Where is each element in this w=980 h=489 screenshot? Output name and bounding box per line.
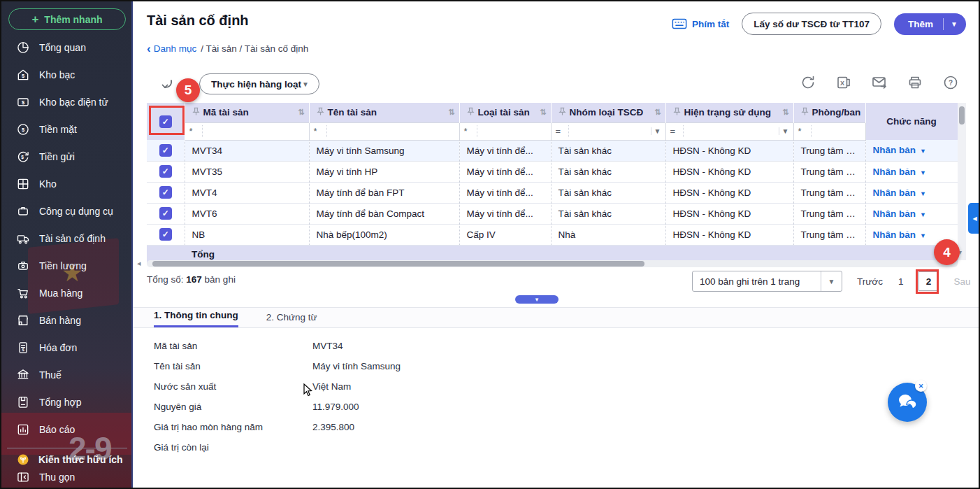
column-header-phong-ban[interactable]: Phòng/ban xyxy=(793,103,865,122)
filter-cell-hien-trang[interactable]: =▼ xyxy=(665,122,793,140)
filter-cell-loai-tai-san[interactable]: * xyxy=(459,122,551,140)
duplicate-action-button[interactable]: Nhân bản▼ xyxy=(873,187,926,198)
column-header-nhom-loai-tscd[interactable]: Nhóm loại TSCĐ ⇅ xyxy=(551,103,665,122)
table-row[interactable]: MVT4 Máy tính để bàn FPT Máy vi tính để.… xyxy=(147,182,958,203)
page-size-select[interactable]: 100 bản ghi trên 1 trang ▼ xyxy=(692,271,842,292)
dropdown-arrow-icon[interactable]: ▼ xyxy=(779,127,789,135)
sort-icon[interactable]: ⇅ xyxy=(782,108,790,117)
sidebar-item-kho-bac-dien-tu[interactable]: $ Kho bạc điện tử xyxy=(1,88,133,115)
page-1-button[interactable]: 1 xyxy=(898,276,904,287)
row-checkbox[interactable] xyxy=(159,228,172,241)
filter-input[interactable] xyxy=(811,125,861,137)
horizontal-scrollbar-thumb[interactable] xyxy=(152,261,644,267)
filter-cell-phong-ban[interactable]: * xyxy=(793,122,865,140)
dropdown-arrow-icon[interactable]: ▼ xyxy=(651,127,661,135)
next-page-button[interactable]: Sau xyxy=(953,276,970,287)
sidebar-item-tong-quan[interactable]: Tổng quan xyxy=(1,34,133,61)
pin-icon[interactable] xyxy=(673,107,681,118)
table-row[interactable]: MVT6 Máy tính để bàn Compact Máy vi tính… xyxy=(147,203,958,224)
sidebar-item-tong-hop[interactable]: Tổng hợp xyxy=(1,388,133,416)
breadcrumb-path: / Tài sản / Tài sản cố định xyxy=(201,43,308,54)
sidebar-item-cong-cu-dung-cu[interactable]: Công cụ dụng cụ xyxy=(1,197,133,225)
sidebar-item-hoa-don[interactable]: $ Hóa đơn xyxy=(1,334,133,361)
excel-export-icon[interactable]: X xyxy=(835,74,852,91)
sidebar-item-tien-luong[interactable]: Tiền lương xyxy=(1,252,133,279)
breadcrumb-back-link[interactable]: ‹ Danh mục xyxy=(147,43,196,54)
tab-thong-tin-chung[interactable]: 1. Thông tin chung xyxy=(154,310,238,327)
pin-icon[interactable] xyxy=(467,107,475,118)
filter-input[interactable] xyxy=(202,125,305,137)
detail-row: Giá trị hao mòn hàng năm 2.395.800 xyxy=(154,417,643,437)
filter-input[interactable] xyxy=(568,125,647,137)
chevron-down-icon: ▼ xyxy=(916,190,926,197)
row-checkbox[interactable] xyxy=(159,144,172,157)
sidebar-collapse-button[interactable]: Thu gọn xyxy=(1,467,133,487)
sidebar-item-tien-gui[interactable]: $ Tiền gửi xyxy=(1,143,133,170)
refresh-icon[interactable] xyxy=(800,74,816,91)
sort-icon[interactable]: ⇅ xyxy=(540,108,547,117)
column-header-ma-tai-san[interactable]: Mã tài sản ⇅ xyxy=(185,103,309,122)
filter-cell-ten-tai-san[interactable]: * xyxy=(309,122,459,140)
print-icon[interactable] xyxy=(907,74,923,91)
pin-icon[interactable] xyxy=(317,107,324,118)
row-checkbox[interactable] xyxy=(159,186,172,199)
row-checkbox[interactable] xyxy=(159,165,172,178)
cell-code: NB xyxy=(185,224,309,245)
sidebar-item-kien-thuc[interactable]: Kiến thức hữu ích xyxy=(1,451,133,469)
send-email-icon[interactable] xyxy=(871,74,888,91)
detail-row: Tên tài sản Máy vi tính Samsung xyxy=(154,356,643,376)
curved-down-arrow-icon[interactable] xyxy=(160,78,175,95)
duplicate-action-button[interactable]: Nhân bản▼ xyxy=(873,145,926,155)
sidebar-item-bao-cao[interactable]: Báo cáo xyxy=(1,416,133,443)
pin-icon[interactable] xyxy=(801,107,809,118)
quick-add-button[interactable]: + Thêm nhanh xyxy=(8,8,126,30)
filter-cell-nhom-loai[interactable]: =▼ xyxy=(551,122,665,140)
detail-collapse-handle[interactable]: ▾ xyxy=(515,295,559,304)
duplicate-action-button[interactable]: Nhân bản▼ xyxy=(873,229,926,240)
chevron-left-icon: ‹ xyxy=(147,44,151,53)
close-chat-icon[interactable]: ✕ xyxy=(915,380,927,392)
filter-input[interactable] xyxy=(477,125,547,137)
cell-dept: Trung tâm phát xyxy=(793,182,865,203)
sidebar-item-kho-bac[interactable]: $ Kho bạc xyxy=(1,61,133,88)
tt107-balance-button[interactable]: Lấy số dư TSCĐ từ TT107 xyxy=(742,13,881,35)
horizontal-scrollbar[interactable]: ◂ xyxy=(147,260,958,267)
shortcut-button[interactable]: Phím tắt xyxy=(672,18,729,29)
sort-icon[interactable]: ⇅ xyxy=(298,108,305,117)
column-header-hien-trang[interactable]: Hiện trạng sử dụng ⇅ xyxy=(665,103,793,122)
table-row[interactable]: MVT34 Máy vi tính Samsung Máy vi tính để… xyxy=(147,140,958,161)
pin-icon[interactable] xyxy=(192,107,200,118)
prev-page-button[interactable]: Trước xyxy=(857,276,883,287)
sidebar-item-tien-mat[interactable]: $ Tiền mặt xyxy=(1,115,133,143)
scroll-left-arrow-icon[interactable]: ◂ xyxy=(137,259,141,268)
column-header-loai-tai-san[interactable]: Loại tài sản ⇅ xyxy=(459,103,551,122)
batch-action-button[interactable]: Thực hiện hàng loạt ▼ xyxy=(199,73,319,94)
duplicate-action-button[interactable]: Nhân bản▼ xyxy=(873,208,926,219)
table-row[interactable]: MVT35 Máy vi tính HP Máy vi tính để... T… xyxy=(147,161,958,182)
tab-chung-tu[interactable]: 2. Chứng từ xyxy=(266,312,317,327)
add-button[interactable]: Thêm ▼ xyxy=(894,13,966,35)
sort-icon[interactable]: ⇅ xyxy=(448,108,456,117)
sort-icon[interactable]: ⇅ xyxy=(654,108,662,117)
tutorial-step-4-badge: 4 xyxy=(934,239,960,265)
filter-cell-ma-tai-san[interactable]: * xyxy=(185,122,309,140)
pin-icon[interactable] xyxy=(559,107,566,118)
sidebar-item-ban-hang[interactable]: Bán hàng xyxy=(1,306,133,334)
mouse-cursor xyxy=(303,383,313,397)
help-icon[interactable]: ? xyxy=(942,74,959,91)
panel-expand-tab[interactable]: ◀ xyxy=(968,203,980,234)
chevron-down-icon[interactable]: ▼ xyxy=(944,20,966,28)
duplicate-action-button[interactable]: Nhân bản▼ xyxy=(873,166,926,177)
column-header-ten-tai-san[interactable]: Tên tài sản ⇅ xyxy=(309,103,459,122)
sidebar-item-mua-hang[interactable]: Mua hàng xyxy=(1,279,133,306)
vertical-scrollbar-thumb[interactable] xyxy=(959,106,965,125)
sidebar-item-kho[interactable]: Kho xyxy=(1,170,133,197)
table-row[interactable]: NB Nhà bếp(100m2) Cấp IV Nhà HĐSN - Khôn… xyxy=(147,224,958,245)
sidebar: ★ 2-9 + Thêm nhanh Tổng quan $ Kho bạc $… xyxy=(1,1,133,489)
filter-input[interactable] xyxy=(683,125,774,137)
vertical-scrollbar[interactable]: ▾ xyxy=(958,103,966,260)
row-checkbox[interactable] xyxy=(159,207,172,220)
sidebar-item-tai-san-co-dinh[interactable]: Tài sản cố định xyxy=(1,225,133,252)
sidebar-item-thue[interactable]: Thuế xyxy=(1,361,133,388)
filter-input[interactable] xyxy=(326,125,455,137)
